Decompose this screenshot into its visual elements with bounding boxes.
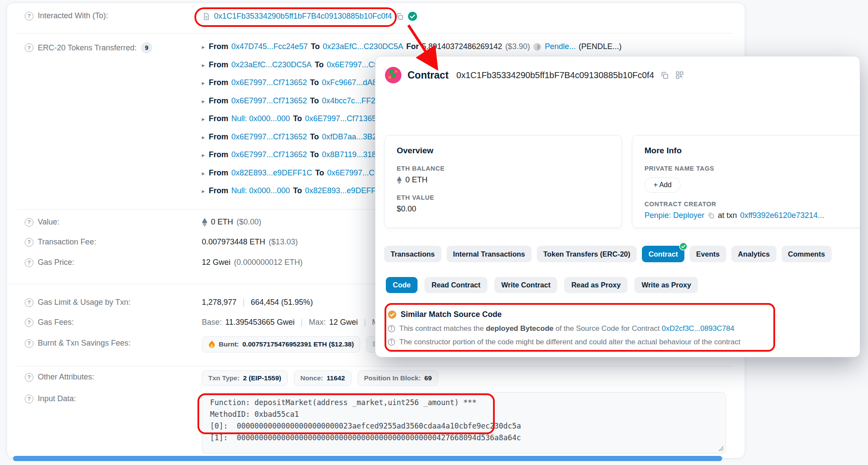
gas-fees-label: Gas Fees: [38,318,74,327]
separator [240,298,247,307]
matched-contract-link[interactable]: 0xD2cf3C...0893C784 [662,324,734,333]
info-icon [388,325,395,333]
private-name-tags-label: PRIVATE NAME TAGS [644,165,860,172]
burnt-word: Burnt: [219,340,239,348]
value-label-row: Value: [25,218,59,227]
tab-token-transfers-erc20[interactable]: Token Transfers (ERC-20) [537,246,637,262]
token-name-link[interactable]: Pendle... [545,42,575,51]
help-icon[interactable] [25,12,33,20]
resize-handle[interactable] [717,445,724,452]
add-private-name-tag-button[interactable]: + Add [644,177,681,193]
transfer-from-link[interactable]: 0x6E7997...Cf713652 [231,132,307,142]
horizontal-scrollbar[interactable] [13,456,722,461]
to-word: To [311,42,320,51]
interacted-with-label-row: Interacted With (To): [25,11,108,20]
gas-limit-label-row: Gas Limit & Usage by Txn: [25,298,131,307]
contract-verified-check-icon [679,242,687,251]
gas-base-label: Base: [202,318,222,327]
input-data-line: MethodID: 0xbad55ca1 [210,409,718,420]
burnt-label-row: Burnt & Txn Savings Fees: [25,339,131,348]
caret-right-icon [202,115,205,122]
copy-creator-icon[interactable] [707,212,715,219]
more-info-title: More Info [644,146,860,155]
tab-events[interactable]: Events [690,246,726,262]
help-icon[interactable] [25,373,33,382]
screenshot-root: Interacted With (To): 0x1C1Fb35334290b5f… [0,0,868,465]
similar-match-title-row: Similar Match Source Code [388,310,502,319]
subtab-write-contract[interactable]: Write Contract [494,277,557,293]
help-icon[interactable] [25,43,33,52]
constructor-note: The constructor portion of the code migh… [399,338,740,346]
input-data-label: Input Data: [38,394,76,403]
help-icon[interactable] [25,339,33,348]
other-attributes-value: Txn Type: 2 (EIP-1559) Nonce: 11642 Posi… [202,370,438,386]
gas-price-value: 12 Gwei (0.000000012 ETH) [202,258,302,267]
transfer-from-link[interactable]: 0x6E7997...Cf713652 [231,78,307,87]
help-icon[interactable] [25,318,33,327]
erc20-transfer-row: From 0x6E7997...Cf713652 To 0xFc9667...d… [202,78,382,87]
tab-contract[interactable]: Contract [642,246,684,262]
for-word: For [406,42,419,51]
contract-creator-link[interactable]: Penpie: Deployer [644,211,704,220]
transfer-from-link[interactable]: Null: 0x000...000 [231,186,290,195]
gas-price-gwei: 12 Gwei [202,258,230,267]
subtab-read-contract[interactable]: Read Contract [424,277,487,293]
contract-type-title: Contract [408,69,449,81]
transfer-to-link[interactable]: 0xfDB7aa...3B2D [322,132,382,142]
subtab-read-as-proxy[interactable]: Read as Proxy [564,277,628,293]
divider [17,33,733,33]
overview-title: Overview [397,146,609,155]
creation-txn-link[interactable]: 0xff9392e6120e73214... [740,211,824,220]
help-icon[interactable] [25,238,33,247]
transfer-to-link[interactable]: 0x8B7119...318b [322,150,381,159]
contract-creator-value: Penpie: Deployer at txn 0xff9392e6120e73… [644,211,860,220]
erc20-label: ERC-20 Tokens Transferred: [38,43,137,53]
erc20-transfer-row: From 0x6E7997...Cf713652 To 0x4bcc7c...F… [202,96,380,106]
gas-price-label: Gas Price: [38,258,74,267]
tab-transactions[interactable]: Transactions [384,246,441,262]
amber-check-icon [388,310,397,319]
gas-limit-label: Gas Limit & Usage by Txn: [38,298,131,307]
qr-code-icon[interactable] [675,71,684,79]
eth-value-value: $0.00 [397,204,609,214]
tab-comments[interactable]: Comments [782,246,832,262]
transfer-from-link[interactable]: 0x6E7997...Cf713652 [231,150,307,159]
transfer-to-link[interactable]: 0x23aEfC...C230DC5A [323,42,403,51]
more-info-card: More Info PRIVATE NAME TAGS + Add CONTRA… [632,135,860,228]
help-icon[interactable] [25,298,33,307]
tab-internal-transactions[interactable]: Internal Transactions [447,246,532,262]
tab-analytics[interactable]: Analytics [731,246,776,262]
transfer-from-link[interactable]: 0x47D745...Fcc24e57 [231,42,308,51]
transfer-from-link[interactable]: 0x23aEfC...C230DC5A [231,60,312,69]
input-data-line: Function: depositMarket(address _market,… [210,397,718,409]
copy-contract-address-icon[interactable] [660,71,669,80]
value-value: 0 ETH ($0.00) [202,218,261,227]
gas-used: 664,454 (51.95%) [251,298,313,307]
transfer-to-link[interactable]: 0x82E893...e9DEFF1C [305,186,386,195]
document-icon [202,12,210,21]
other-attributes-label-row: Other Attributes: [25,373,94,382]
interacted-with-address-link[interactable]: 0x1C1Fb35334290b5ff1bF7B4c09130885b10Fc0… [214,12,392,21]
transfer-to-link[interactable]: 0x4bcc7c...FF23 [322,96,380,106]
input-data-label-row: Input Data: [25,394,76,403]
help-icon[interactable] [25,258,33,267]
transfer-to-link[interactable]: 0x6E7997...Cf713652 [305,114,381,123]
transfer-amount: 5.89140372486269142 [422,42,502,51]
help-icon[interactable] [25,395,33,403]
gas-price-eth: (0.000000012 ETH) [234,258,302,267]
transfer-to-link[interactable]: 0xFc9667...dA8C [322,78,382,87]
other-attributes-label: Other Attributes: [38,373,94,382]
transfer-from-link[interactable]: 0x82E893...e9DEFF1C [231,168,312,178]
transfer-from-link[interactable]: 0x6E7997...Cf713652 [231,96,307,106]
input-data-textarea[interactable]: Function: depositMarket(address _market,… [202,392,726,454]
info-icon [388,338,395,346]
help-icon[interactable] [25,218,33,227]
copy-address-icon[interactable] [395,12,404,21]
contract-address: 0x1C1Fb35334290b5ff1bF7B4c09130885b10Fc0… [457,70,654,80]
divider [17,366,733,366]
at-txn-word: at txn [718,211,737,220]
transfer-from-link[interactable]: Null: 0x000...000 [231,114,290,123]
subtab-write-as-proxy[interactable]: Write as Proxy [635,277,698,293]
erc20-transfer-row: From Null: 0x000...000 To 0x6E7997...Cf7… [202,114,381,123]
subtab-code[interactable]: Code [386,277,418,293]
